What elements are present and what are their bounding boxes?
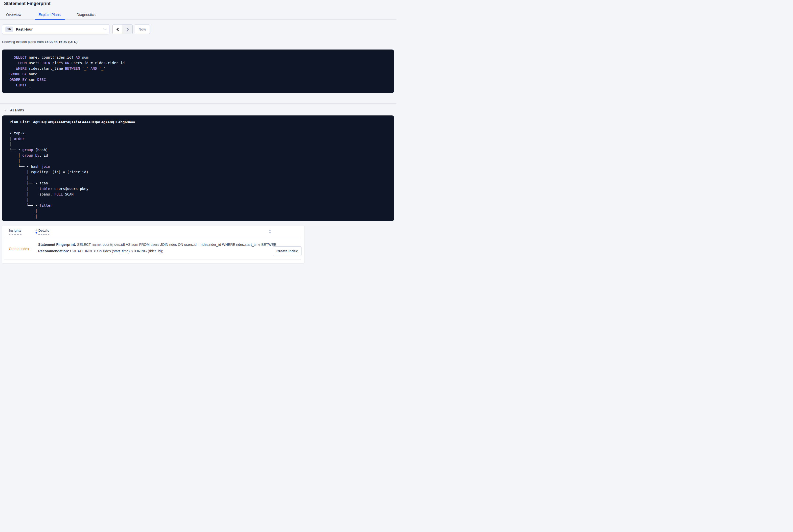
tab-overview[interactable]: Overview xyxy=(6,13,21,17)
insights-card: Insights Details Create Index Statement … xyxy=(2,226,304,263)
column-header-details[interactable]: Details xyxy=(38,229,49,235)
plan-tree-line: └── • hash join xyxy=(10,164,386,169)
plan-tree-line: │ xyxy=(10,214,386,219)
sql-line: LIMIT _ xyxy=(10,82,386,88)
sql-line: ORDER BY sum DESC xyxy=(10,77,386,82)
statement-fingerprint-detail: Statement Fingerprint: SELECT name, coun… xyxy=(38,242,276,247)
sql-line: GROUP BY name xyxy=(10,71,386,77)
tab-diagnostics[interactable]: Diagnostics xyxy=(77,13,96,17)
detail-label: Recommendation: xyxy=(38,249,69,253)
time-range-dropdown[interactable]: 1h Past Hour xyxy=(2,24,109,34)
showing-plans-caption: Showing explain plans from 15:00 to 16:5… xyxy=(2,40,78,44)
column-header-insights[interactable]: Insights xyxy=(9,229,21,235)
plan-tree-line: │ xyxy=(10,158,386,164)
prev-time-button[interactable] xyxy=(113,24,122,34)
all-plans-label: All Plans xyxy=(10,108,24,112)
tabs-bar: Overview Explain Plans Diagnostics xyxy=(0,0,396,20)
tab-explain-plans[interactable]: Explain Plans xyxy=(38,13,61,17)
chevron-down-icon xyxy=(103,27,106,30)
caption-range: 15:00 to 16:59 (UTC) xyxy=(45,40,78,44)
sql-line: FROM users JOIN rides ON users.id = ride… xyxy=(10,60,386,66)
sort-icon-insights[interactable] xyxy=(35,229,38,234)
detail-text: CREATE INDEX ON rides (start_time) STORI… xyxy=(69,249,163,253)
plan-tree-line: │ group by: id xyxy=(10,153,386,158)
sort-up-arrow-icon xyxy=(35,229,38,231)
table-header-divider xyxy=(4,238,301,238)
plan-tree-line: │ equality: (id) = (rider_id) xyxy=(10,169,386,175)
chevron-left-icon xyxy=(116,28,120,31)
plan-tree: • top-k│ order│└── • group (hash) │ grou… xyxy=(10,130,386,219)
plan-tree-line: │ xyxy=(10,141,386,147)
time-interval-label: Past Hour xyxy=(16,27,103,31)
create-index-button[interactable]: Create Index xyxy=(273,246,301,256)
sql-line: SELECT name, count(rides.id) AS sum xyxy=(10,55,386,60)
sort-down-arrow-icon xyxy=(35,232,38,234)
plan-tree-line: └── • group (hash) xyxy=(10,147,386,153)
now-button[interactable]: Now xyxy=(135,24,150,34)
sql-line: WHERE rides.start_time BETWEEN '_' AND '… xyxy=(10,66,386,71)
plan-tree-line: │ xyxy=(10,208,386,214)
active-tab-underline xyxy=(35,19,65,20)
time-pager xyxy=(112,24,133,34)
all-plans-link[interactable]: ← All Plans xyxy=(4,108,24,112)
plan-tree-line: │ xyxy=(10,197,386,203)
plan-tree-line: ├── • scan xyxy=(10,180,386,186)
next-time-button[interactable] xyxy=(122,24,132,34)
plan-tree-line: │ order xyxy=(10,136,386,141)
back-arrow-icon: ← xyxy=(4,108,8,112)
caption-prefix: Showing explain plans from xyxy=(2,40,45,44)
plan-tree-line: └── • filter xyxy=(10,203,386,208)
detail-text: SELECT name, count(rides.id) AS sum FROM… xyxy=(76,243,276,247)
plan-tree-line: │ xyxy=(10,175,386,180)
recommendation-detail: Recommendation: CREATE INDEX ON rides (s… xyxy=(38,249,276,254)
time-interval-badge: 1h xyxy=(5,26,13,32)
plan-gist-box: Plan Gist: AgHUAQIABQAAAAHYAQIAiAEAAAADC… xyxy=(2,115,394,221)
sql-code: SELECT name, count(rides.id) AS sum FROM… xyxy=(10,55,386,88)
plan-gist-text: Plan Gist: AgHUAQIABQAAAAHYAQIAiAEAAAADC… xyxy=(10,119,386,125)
plan-tree-line: │ table: users@users_pkey xyxy=(10,186,386,191)
plan-tree-line: • top-k xyxy=(10,130,386,136)
sort-up-arrow-icon xyxy=(269,229,271,231)
sort-icon-details[interactable] xyxy=(269,229,272,234)
sql-fingerprint-box: SELECT name, count(rides.id) AS sum FROM… xyxy=(2,50,394,93)
sort-down-arrow-icon xyxy=(269,232,271,234)
table-row-divider xyxy=(4,259,301,260)
plan-tree-line: │ spans: FULL SCAN xyxy=(10,191,386,197)
detail-label: Statement Fingerprint: xyxy=(38,243,76,247)
chevron-right-icon xyxy=(126,28,129,31)
create-index-link[interactable]: Create Index xyxy=(9,246,29,251)
